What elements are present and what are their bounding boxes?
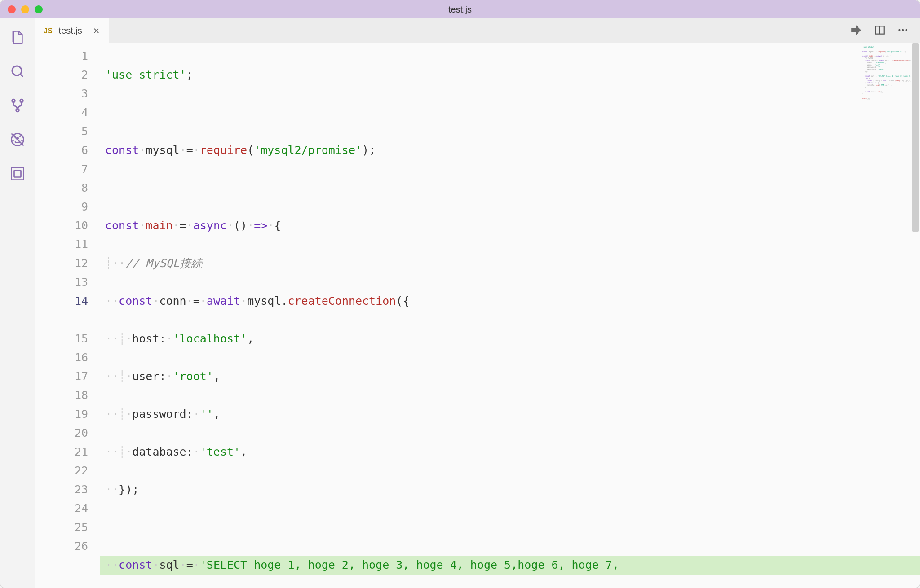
line-number: 26 [35, 537, 88, 556]
code-line: ··┊·host:·'localhost', [100, 329, 920, 348]
line-number: 21 [35, 443, 88, 461]
line-number: 13 [35, 273, 88, 292]
explorer-icon[interactable] [9, 28, 27, 46]
scrollbar-thumb[interactable] [912, 43, 919, 232]
window-maximize-button[interactable] [35, 5, 43, 13]
main-area: JS test.js ✕ [0, 18, 920, 588]
svg-point-1 [12, 99, 15, 102]
tab-test-js[interactable]: JS test.js ✕ [35, 18, 109, 43]
editor-zone: JS test.js ✕ [35, 18, 920, 588]
code-line: ··┊·user:·'root', [100, 367, 920, 386]
code-line: ··}); [100, 480, 920, 499]
vertical-scrollbar[interactable] [911, 43, 920, 588]
code-line [100, 518, 920, 537]
line-number: 16 [35, 348, 88, 367]
minimap[interactable]: 'use strict'; const mysql = require('mys… [860, 43, 911, 151]
line-number: 23 [35, 480, 88, 499]
line-number: 24 [35, 499, 88, 518]
svg-point-5 [16, 137, 19, 140]
code-area[interactable]: 'use strict'; const·mysql·=·require('mys… [100, 43, 920, 588]
code-line [100, 103, 920, 122]
tab-label: test.js [59, 26, 82, 36]
line-number: 17 [35, 367, 88, 386]
line-number: 14 [35, 292, 88, 311]
svg-point-9 [898, 29, 900, 31]
code-line [100, 179, 920, 197]
line-number: 1 [35, 47, 88, 66]
line-number: 7 [35, 160, 88, 179]
svg-rect-7 [14, 171, 21, 177]
traffic-lights [8, 5, 43, 13]
code-line: 'use strict'; [100, 66, 920, 84]
search-icon[interactable] [9, 62, 27, 80]
debug-icon[interactable] [9, 131, 27, 149]
line-number: 25 [35, 518, 88, 537]
line-number: 11 [35, 235, 88, 254]
code-line: ··┊·database:·'test', [100, 443, 920, 461]
app-window: test.js JS [0, 0, 920, 588]
svg-point-2 [20, 99, 23, 102]
line-number [35, 311, 88, 329]
svg-point-0 [12, 66, 22, 75]
line-number: 20 [35, 424, 88, 443]
more-actions-icon[interactable] [897, 24, 909, 38]
line-number: 12 [35, 254, 88, 273]
line-number: 3 [35, 84, 88, 103]
window-minimize-button[interactable] [21, 5, 29, 13]
line-number: 18 [35, 386, 88, 405]
code-line: ··const·conn·=·await·mysql.createConnect… [100, 292, 920, 311]
window-close-button[interactable] [8, 5, 16, 13]
activity-bar [0, 18, 35, 588]
code-line: ··┊·password:·'', [100, 405, 920, 424]
line-number: 6 [35, 141, 88, 160]
code-line: ┊··// MySQL接続 [100, 254, 920, 273]
title-bar: test.js [0, 0, 920, 18]
line-number: 5 [35, 122, 88, 141]
line-number: 19 [35, 405, 88, 424]
extensions-icon[interactable] [9, 165, 27, 183]
close-icon[interactable]: ✕ [93, 26, 100, 36]
compare-icon[interactable] [850, 24, 862, 38]
tab-bar: JS test.js ✕ [35, 18, 920, 43]
code-line: const·mysql·=·require('mysql2/promise'); [100, 141, 920, 160]
js-file-icon: JS [44, 27, 53, 35]
editor-actions [850, 18, 920, 43]
line-number: 4 [35, 103, 88, 122]
svg-point-3 [16, 109, 19, 112]
line-number: 22 [35, 461, 88, 480]
window-title: test.js [0, 4, 920, 15]
line-number: 8 [35, 179, 88, 197]
line-number: 2 [35, 66, 88, 84]
source-control-icon[interactable] [9, 97, 27, 114]
code-line-highlighted: ··const·sql·=·'SELECT hoge_1, hoge_2, ho… [100, 556, 920, 575]
editor-body[interactable]: 1 2 3 4 5 6 7 8 9 10 11 12 13 14 15 16 [35, 43, 920, 588]
split-editor-icon[interactable] [874, 24, 885, 38]
line-number: 15 [35, 329, 88, 348]
svg-rect-6 [12, 168, 24, 180]
line-number: 10 [35, 216, 88, 235]
svg-point-11 [905, 29, 907, 31]
code-line: const·main·=·async·()·=>·{ [100, 216, 920, 235]
line-number-gutter: 1 2 3 4 5 6 7 8 9 10 11 12 13 14 15 16 [35, 43, 100, 588]
svg-point-10 [902, 29, 904, 31]
line-number: 9 [35, 197, 88, 216]
